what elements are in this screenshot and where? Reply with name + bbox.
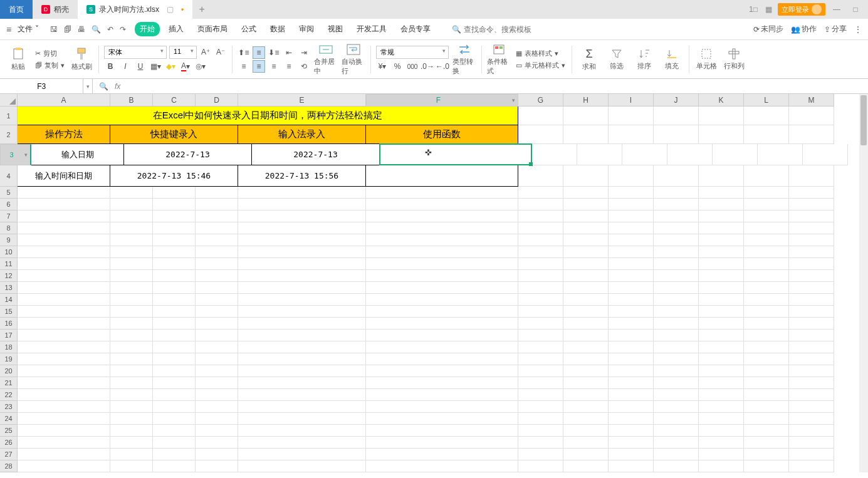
cell[interactable] bbox=[744, 246, 789, 258]
cell[interactable] bbox=[744, 125, 789, 144]
cell[interactable] bbox=[654, 187, 699, 199]
cell[interactable] bbox=[609, 125, 654, 144]
align-top-button[interactable]: ⬆≡ bbox=[238, 46, 250, 59]
cell[interactable] bbox=[153, 306, 196, 318]
cell[interactable] bbox=[609, 449, 654, 460]
cell[interactable] bbox=[563, 222, 609, 234]
cell[interactable] bbox=[153, 294, 196, 306]
hamburger-icon[interactable]: ≡ bbox=[6, 24, 11, 34]
cell[interactable] bbox=[563, 341, 609, 353]
cell[interactable] bbox=[110, 258, 153, 270]
cell[interactable] bbox=[744, 353, 789, 365]
cell[interactable] bbox=[699, 425, 744, 437]
cell[interactable] bbox=[654, 318, 699, 330]
cut-button[interactable]: ✂ 剪切 bbox=[34, 48, 66, 59]
cell[interactable] bbox=[789, 125, 834, 144]
cell[interactable] bbox=[518, 187, 563, 199]
cell[interactable] bbox=[744, 210, 789, 222]
cell[interactable] bbox=[563, 437, 609, 449]
cell[interactable] bbox=[18, 210, 110, 222]
more-menu[interactable]: ⋮ bbox=[854, 25, 862, 34]
apps-icon[interactable]: ▦ bbox=[763, 4, 774, 15]
cell[interactable] bbox=[18, 187, 110, 199]
cell[interactable] bbox=[744, 330, 789, 341]
col-header-J[interactable]: J bbox=[654, 94, 699, 107]
row-header-7[interactable]: 7 bbox=[0, 210, 18, 222]
row-header-14[interactable]: 14 bbox=[0, 294, 18, 306]
number-format-select[interactable]: 常规 bbox=[376, 46, 449, 59]
row-header-20[interactable]: 20 bbox=[0, 365, 18, 377]
cell[interactable] bbox=[196, 199, 238, 210]
cell[interactable] bbox=[744, 187, 789, 199]
cell[interactable] bbox=[744, 377, 789, 389]
cell[interactable] bbox=[153, 460, 196, 472]
cell[interactable] bbox=[518, 401, 563, 413]
cell[interactable] bbox=[153, 389, 196, 401]
cell[interactable] bbox=[789, 449, 834, 460]
cell[interactable] bbox=[789, 377, 834, 389]
cell[interactable] bbox=[789, 107, 834, 125]
cell-title[interactable]: 在Excel中如何快速录入日期和时间，两种方法轻松搞定 bbox=[18, 107, 518, 125]
cell[interactable] bbox=[654, 330, 699, 341]
cell[interactable] bbox=[366, 341, 518, 353]
paste-button[interactable]: 粘贴 bbox=[6, 47, 30, 71]
cell[interactable] bbox=[196, 234, 238, 246]
decrease-decimal-button[interactable]: ←.0 bbox=[436, 60, 449, 73]
col-header-H[interactable]: H bbox=[563, 94, 609, 107]
cell[interactable] bbox=[654, 165, 699, 187]
cell[interactable] bbox=[744, 199, 789, 210]
row-header-9[interactable]: 9 bbox=[0, 234, 18, 246]
cell[interactable] bbox=[789, 401, 834, 413]
cell[interactable] bbox=[518, 270, 563, 282]
cell[interactable] bbox=[238, 437, 366, 449]
command-search[interactable]: 🔍 bbox=[452, 25, 552, 34]
cell[interactable] bbox=[153, 210, 196, 222]
cell[interactable] bbox=[18, 353, 110, 365]
bold-button[interactable]: B bbox=[104, 60, 117, 73]
cell[interactable] bbox=[699, 210, 744, 222]
cell[interactable] bbox=[18, 401, 110, 413]
cell[interactable] bbox=[789, 258, 834, 270]
row-header-18[interactable]: 18 bbox=[0, 341, 18, 353]
cell[interactable] bbox=[654, 425, 699, 437]
cell[interactable] bbox=[238, 270, 366, 282]
row-header-12[interactable]: 12 bbox=[0, 270, 18, 282]
cell[interactable] bbox=[744, 234, 789, 246]
menu-start[interactable]: 开始 bbox=[135, 22, 160, 36]
fx-icon[interactable]: fx bbox=[115, 82, 120, 91]
cell[interactable] bbox=[153, 282, 196, 294]
cell[interactable] bbox=[563, 165, 609, 187]
sum-button[interactable]: Σ求和 bbox=[577, 48, 601, 71]
cell[interactable] bbox=[518, 425, 563, 437]
cell[interactable] bbox=[563, 234, 609, 246]
cell[interactable] bbox=[654, 365, 699, 377]
tab-file[interactable]: S 录入时间方法.xlsx ▢ • bbox=[78, 0, 192, 19]
cell[interactable] bbox=[196, 401, 238, 413]
cell[interactable] bbox=[518, 460, 563, 472]
cell[interactable] bbox=[110, 199, 153, 210]
cell[interactable] bbox=[654, 353, 699, 365]
cell[interactable] bbox=[518, 437, 563, 449]
table-style-button[interactable]: ▦ 表格样式 ▾ bbox=[515, 48, 567, 59]
name-box[interactable]: ▾ bbox=[0, 79, 93, 93]
menu-formula[interactable]: 公式 bbox=[236, 22, 261, 36]
cell[interactable] bbox=[518, 210, 563, 222]
cell[interactable] bbox=[110, 294, 153, 306]
cell[interactable] bbox=[803, 144, 848, 165]
cell[interactable] bbox=[238, 413, 366, 425]
cell[interactable] bbox=[18, 306, 110, 318]
cell[interactable] bbox=[518, 330, 563, 341]
cell-header-F[interactable]: 使用函数 bbox=[366, 125, 518, 144]
cell[interactable] bbox=[366, 330, 518, 341]
cell[interactable] bbox=[789, 341, 834, 353]
cell[interactable] bbox=[238, 258, 366, 270]
cell[interactable] bbox=[609, 258, 654, 270]
type-convert-button[interactable]: 类型转换 bbox=[452, 43, 476, 76]
cell[interactable] bbox=[366, 425, 518, 437]
cell[interactable] bbox=[196, 389, 238, 401]
cell[interactable] bbox=[654, 199, 699, 210]
cell[interactable] bbox=[789, 365, 834, 377]
cell-F4[interactable] bbox=[366, 165, 518, 187]
phonetic-button[interactable]: ◎▾ bbox=[194, 60, 207, 73]
cell[interactable] bbox=[518, 318, 563, 330]
